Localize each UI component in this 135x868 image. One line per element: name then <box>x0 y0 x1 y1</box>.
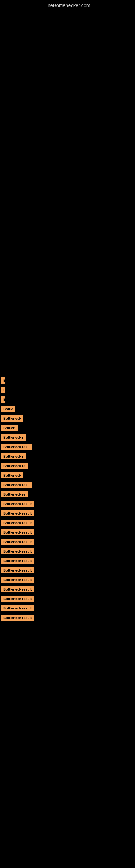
bottleneck-label[interactable]: Bottleneck result <box>1 548 34 554</box>
site-title: TheBottlenecker.com <box>0 0 135 11</box>
bottleneck-label[interactable]: Bottleneck result <box>1 558 34 564</box>
bottleneck-label[interactable]: Bottleneck result <box>1 586 34 592</box>
list-item: Bottlen <box>1 425 135 432</box>
bottleneck-label[interactable]: Bottleneck r <box>1 453 26 460</box>
list-item: Bottleneck resu <box>1 444 135 451</box>
bottleneck-label[interactable]: Bottleneck result <box>1 577 34 583</box>
bottleneck-label[interactable]: Bottleneck result <box>1 567 34 574</box>
list-item: Bottleneck r <box>1 434 135 442</box>
bottleneck-label[interactable]: Bottleneck result <box>1 596 34 602</box>
main-content: BIBBottleBottleneckBottlenBottleneck rBo… <box>0 11 135 622</box>
bottleneck-label[interactable]: Bottlen <box>1 425 17 431</box>
bottleneck-label[interactable]: I <box>1 387 5 393</box>
bottleneck-label[interactable]: Bottleneck <box>1 472 23 478</box>
bottleneck-label[interactable]: B <box>1 377 5 383</box>
list-item: Bottleneck re <box>1 491 135 499</box>
list-item: Bottleneck result <box>1 510 135 518</box>
bottleneck-label[interactable]: Bottleneck resu <box>1 444 32 450</box>
list-item: Bottleneck result <box>1 539 135 546</box>
list-item: Bottleneck resu <box>1 482 135 489</box>
list-item: B <box>1 396 135 404</box>
list-item: Bottleneck result <box>1 548 135 556</box>
list-item: Bottleneck <box>1 415 135 423</box>
list-item: Bottleneck result <box>1 605 135 613</box>
bottleneck-label[interactable]: Bottleneck result <box>1 501 34 507</box>
list-item: Bottleneck re <box>1 463 135 470</box>
list-item: Bottleneck result <box>1 567 135 575</box>
bottleneck-label[interactable]: Bottleneck <box>1 415 23 422</box>
bottleneck-label[interactable]: Bottleneck result <box>1 605 34 611</box>
bottleneck-label[interactable]: Bottleneck resu <box>1 482 32 488</box>
bottleneck-label[interactable]: Bottleneck r <box>1 434 26 440</box>
list-item: Bottleneck result <box>1 558 135 565</box>
list-item: Bottle <box>1 406 135 413</box>
bottleneck-label[interactable]: Bottleneck result <box>1 510 34 517</box>
list-item: B <box>1 377 135 384</box>
list-item: Bottleneck result <box>1 615 135 622</box>
list-item: Bottleneck result <box>1 501 135 508</box>
list-item: Bottleneck <box>1 472 135 479</box>
list-item: Bottleneck result <box>1 586 135 593</box>
list-item: I <box>1 387 135 394</box>
bottleneck-label[interactable]: Bottleneck result <box>1 520 34 526</box>
bottleneck-label[interactable]: Bottleneck result <box>1 529 34 535</box>
bottleneck-label[interactable]: Bottleneck result <box>1 539 34 545</box>
bottleneck-label[interactable]: Bottleneck re <box>1 463 28 469</box>
list-item: Bottleneck result <box>1 577 135 584</box>
list-item: Bottleneck result <box>1 520 135 527</box>
bottleneck-label[interactable]: Bottle <box>1 406 14 412</box>
bottleneck-label[interactable]: B <box>1 396 5 403</box>
bottleneck-label[interactable]: Bottleneck result <box>1 615 34 621</box>
list-item: Bottleneck result <box>1 529 135 536</box>
list-item: Bottleneck result <box>1 596 135 603</box>
list-item: Bottleneck r <box>1 453 135 461</box>
bottleneck-label[interactable]: Bottleneck re <box>1 491 28 497</box>
